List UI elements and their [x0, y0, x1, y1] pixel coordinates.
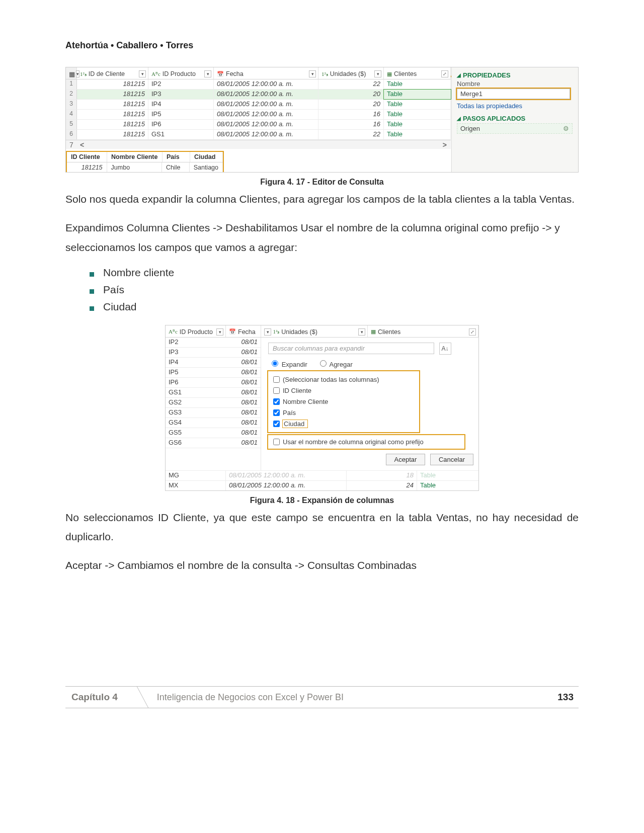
gear-icon[interactable]: ⚙	[563, 125, 569, 132]
expand-icon: ⤢	[469, 328, 476, 336]
col-id-cliente[interactable]: 1²₃ID de Cliente▾	[77, 67, 148, 79]
col-id-producto[interactable]: AᴮcID Producto▾	[166, 325, 226, 337]
table-row[interactable]: 5181215IP608/01/2005 12:00:00 a. m.16Tab…	[66, 120, 451, 130]
table-row[interactable]: GS308/01	[166, 408, 261, 418]
col-clientes[interactable]: ▦Clientes⤢	[384, 67, 451, 79]
todas-propiedades-link[interactable]: Todas las propiedades	[457, 102, 573, 110]
table-icon[interactable]: ▦▾	[66, 67, 77, 79]
running-head: Atehortúa • Caballero • Torres	[65, 40, 579, 51]
figure-4-17-caption: Figura 4. 17 - Editor de Consulta	[65, 178, 579, 187]
propiedades-section[interactable]: ◢PROPIEDADES	[457, 71, 573, 79]
checkbox-nombre-cliente[interactable]: Nombre Cliente	[271, 397, 416, 406]
list-item: Nombre cliente	[90, 267, 579, 279]
bullet-icon	[90, 289, 94, 294]
columns-box: (Seleccionar todas las columnas) ID Clie…	[268, 371, 419, 432]
column-header-row: ▦▾ 1²₃ID de Cliente▾ AᴮcID Producto▾ 📅Fe…	[66, 67, 451, 79]
table-row[interactable]: MX08/01/2005 12:00:00 a. m.24Table	[166, 480, 478, 490]
table-row[interactable]: GS508/01	[166, 428, 261, 438]
properties-panel: ◢PROPIEDADES Nombre Merge1 Todas las pro…	[451, 67, 578, 172]
chevron-down-icon: ◢	[457, 72, 461, 78]
table-row[interactable]: 3181215IP408/01/2005 12:00:00 a. m.20Tab…	[66, 100, 451, 110]
table-row[interactable]: 4181215IP508/01/2005 12:00:00 a. m.16Tab…	[66, 110, 451, 120]
table-row[interactable]: GS608/01	[166, 438, 261, 448]
aceptar-button[interactable]: Aceptar	[386, 454, 426, 465]
checkbox-id-cliente[interactable]: ID Cliente	[271, 386, 416, 395]
table-row[interactable]: 2181215IP308/01/2005 12:00:00 a. m.20Tab…	[66, 90, 451, 100]
col-id-producto[interactable]: AᴮcID Producto▾	[148, 67, 214, 79]
figure-4-17: ⟵ ▦▾ 1²₃ID de Cliente▾ AᴮcID Producto▾ 📅…	[65, 67, 579, 173]
table-row[interactable]: IP408/01	[166, 358, 261, 368]
table-row[interactable]: 1181215IP208/01/2005 12:00:00 a. m.22Tab…	[66, 79, 451, 90]
list-item: Ciudad	[90, 301, 579, 313]
col-fecha[interactable]: 📅Fecha▾	[214, 67, 318, 79]
checkbox-ciudad[interactable]: Ciudad	[271, 419, 416, 429]
paragraph-2: Expandimos Columna Clientes -> Deshabili…	[65, 218, 579, 258]
book-title: Inteligencia de Negocios con Excel y Pow…	[143, 692, 344, 703]
col-unidades[interactable]: ▾ 1²₃Unidades ($)▾	[261, 325, 368, 337]
col-fecha[interactable]: 📅Fecha	[226, 325, 261, 337]
expand-panel: Buscar columnas para expandir A↓ Expandi…	[261, 338, 478, 470]
column-header-row: AᴮcID Producto▾ 📅Fecha ▾ 1²₃Unidades ($)…	[166, 325, 478, 338]
table-row[interactable]: IP608/01	[166, 378, 261, 388]
radio-expandir[interactable]: Expandir	[269, 361, 307, 368]
nombre-input[interactable]: Merge1	[457, 89, 570, 99]
table-row[interactable]: GS408/01	[166, 418, 261, 428]
paragraph-4: Aceptar -> Cambiamos el nombre de la con…	[65, 556, 579, 575]
paragraph-1: Solo nos queda expandir la columna Clien…	[65, 190, 579, 209]
table-row[interactable]: GS108/01	[166, 388, 261, 398]
table-row[interactable]: IP208/01	[166, 338, 261, 348]
checkbox-select-all[interactable]: (Seleccionar todas las columnas)	[271, 375, 416, 384]
pasos-section[interactable]: ◢PASOS APLICADOS	[457, 115, 573, 122]
col-clientes[interactable]: ▦Clientes⤢	[368, 325, 478, 337]
checkbox-pais[interactable]: País	[271, 408, 416, 418]
figure-4-18-caption: Figura 4. 18 - Expansión de columnas	[65, 496, 579, 505]
table-row[interactable]: MG08/01/2005 12:00:00 a. m.18Table	[166, 470, 478, 480]
cancelar-button[interactable]: Cancelar	[430, 454, 473, 465]
list-item: País	[90, 284, 579, 296]
step-origen[interactable]: Origen⚙	[457, 123, 573, 134]
expand-icon: ⤢	[441, 70, 448, 77]
chevron-down-icon: ◢	[457, 116, 461, 121]
page-number: 133	[557, 692, 579, 703]
nombre-label: Nombre	[457, 80, 573, 88]
page-footer: Capítulo 4 Inteligencia de Negocios con …	[65, 686, 579, 708]
table-row[interactable]: GS208/01	[166, 398, 261, 408]
bullet-list: Nombre cliente País Ciudad	[90, 267, 579, 313]
table-row[interactable]: 6181215GS108/01/2005 12:00:00 a. m.22Tab…	[66, 130, 451, 140]
detail-preview-table: ID Cliente Nombre Cliente País Ciudad 18…	[67, 152, 223, 173]
bullet-icon	[90, 306, 94, 311]
search-input[interactable]: Buscar columnas para expandir	[268, 343, 434, 354]
figure-4-18: AᴮcID Producto▾ 📅Fecha ▾ 1²₃Unidades ($)…	[165, 325, 479, 491]
col-unidades[interactable]: 1²₃Unidades ($)▾	[318, 67, 384, 79]
table-row[interactable]: IP308/01	[166, 348, 261, 358]
bullet-icon	[90, 272, 94, 277]
table-row[interactable]: IP508/01	[166, 368, 261, 378]
paragraph-3: No seleccionamos ID Cliente, ya que este…	[65, 508, 579, 547]
chapter-label: Capítulo 4	[65, 692, 118, 703]
scrollbar[interactable]: 7 < >	[66, 140, 451, 149]
radio-agregar[interactable]: Agregar	[317, 361, 353, 368]
checkbox-prefijo[interactable]: Usar el nombre de columna original como …	[268, 435, 464, 449]
sort-icon[interactable]: A↓	[439, 343, 451, 355]
